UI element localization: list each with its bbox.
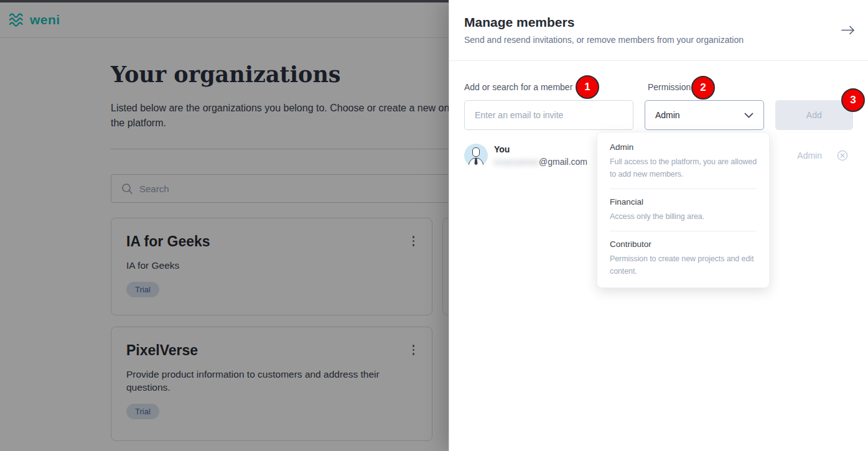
- dropdown-option-financial[interactable]: Financial Access only the billing area.: [610, 197, 757, 223]
- add-member-button[interactable]: Add: [775, 100, 853, 130]
- permission-dropdown: Admin Full access to the platform, you a…: [597, 132, 770, 288]
- permission-selected-value: Admin: [655, 110, 680, 120]
- screen: weni Your organizations Listed below are…: [0, 0, 868, 451]
- member-email-redacted: emanuelvieira: [494, 157, 539, 167]
- annotation-badge-3: 3: [841, 88, 865, 112]
- chevron-down-icon: [744, 113, 754, 118]
- divider: [610, 231, 757, 231]
- member-role: Admin: [797, 151, 822, 160]
- drawer-title: Manage members: [464, 15, 853, 30]
- dropdown-option-contributor[interactable]: Contributor Permission to create new pro…: [610, 239, 757, 277]
- member-field-label: Add or search for a member: [464, 82, 648, 92]
- member-email: emanuelvieira @gmail.com: [494, 157, 587, 167]
- permission-select[interactable]: Admin: [645, 100, 764, 130]
- annotation-badge-2: 2: [691, 76, 715, 100]
- drawer-subtitle: Send and resend invitations, or remove m…: [464, 35, 853, 45]
- divider: [610, 188, 757, 189]
- member-email-domain: @gmail.com: [539, 157, 587, 167]
- invite-email-input[interactable]: [464, 100, 633, 130]
- drawer-header: Manage members Send and resend invitatio…: [449, 0, 868, 61]
- member-name: You: [494, 144, 587, 154]
- annotation-badge-1: 1: [576, 75, 599, 99]
- member-avatar: [464, 144, 488, 167]
- remove-member-icon[interactable]: [837, 150, 848, 161]
- dropdown-option-admin[interactable]: Admin Full access to the platform, you a…: [610, 142, 757, 180]
- close-drawer-arrow-icon[interactable]: [838, 21, 858, 39]
